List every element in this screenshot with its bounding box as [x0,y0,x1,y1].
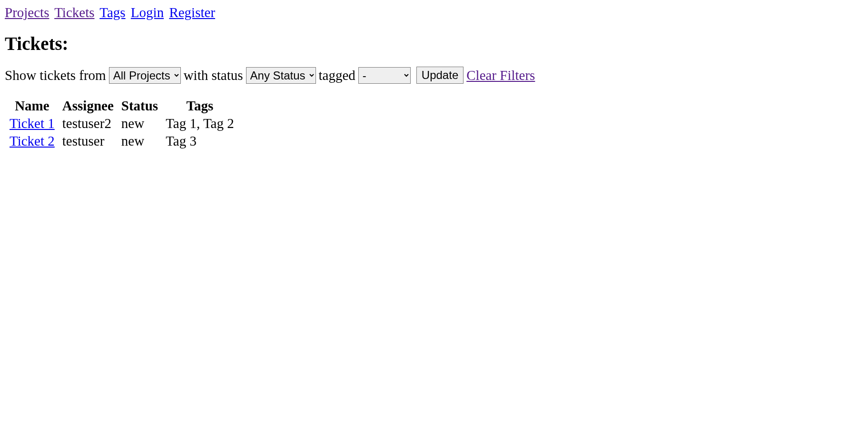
nav-projects-link[interactable]: Projects [5,5,49,20]
nav-tags-link[interactable]: Tags [99,5,125,20]
table-row: Ticket 2 testuser new Tag 3 [7,132,237,150]
tag-select[interactable]: - [358,67,411,84]
tickets-table: Name Assignee Status Tags Ticket 1 testu… [5,97,239,150]
ticket-link[interactable]: Ticket 1 [10,116,55,131]
col-tags: Tags [163,97,237,115]
filter-text-tagged: tagged [319,68,355,83]
table-row: Ticket 1 testuser2 new Tag 1, Tag 2 [7,115,237,132]
top-nav: Projects Tickets Tags Login Register [5,5,863,20]
filter-text-with-status: with status [184,68,243,83]
page-title: Tickets: [5,33,863,54]
filter-form: Show tickets from All Projects with stat… [5,67,863,84]
col-assignee: Assignee [59,97,117,115]
table-header-row: Name Assignee Status Tags [7,97,237,115]
col-status: Status [118,97,161,115]
clear-filters-link[interactable]: Clear Filters [466,68,535,83]
filter-text-show: Show tickets from [5,68,106,83]
project-select[interactable]: All Projects [109,67,181,84]
update-button[interactable]: Update [416,67,464,84]
ticket-status: new [118,132,161,150]
ticket-status: new [118,115,161,132]
ticket-assignee: testuser [59,132,117,150]
col-name: Name [7,97,58,115]
ticket-tags: Tag 3 [163,132,237,150]
ticket-tags: Tag 1, Tag 2 [163,115,237,132]
nav-tickets-link[interactable]: Tickets [54,5,94,20]
nav-login-link[interactable]: Login [131,5,164,20]
ticket-assignee: testuser2 [59,115,117,132]
nav-register-link[interactable]: Register [169,5,215,20]
ticket-link[interactable]: Ticket 2 [10,133,55,148]
status-select[interactable]: Any Status [246,67,316,84]
